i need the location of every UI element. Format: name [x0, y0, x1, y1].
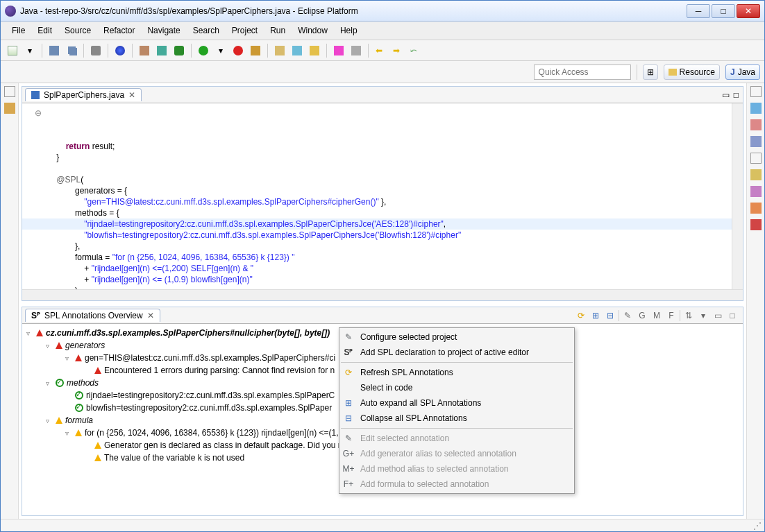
fold-gutter[interactable]: ⊖	[35, 108, 42, 119]
menu-help[interactable]: Help	[335, 24, 363, 37]
task-list-icon[interactable]	[750, 119, 762, 130]
collapse-all-icon[interactable]: ⊟	[604, 309, 616, 322]
f-icon: F+	[342, 479, 355, 490]
quick-access-input[interactable]	[534, 65, 631, 80]
collapse-icon[interactable]: ▿	[46, 417, 53, 424]
new-package-icon[interactable]	[272, 43, 287, 58]
minimize-view-icon[interactable]: ▭	[712, 309, 724, 322]
tree-label: cz.cuni.mff.d3s.spl.examples.SplPaperCip…	[46, 328, 330, 338]
close-tab-icon[interactable]: ✕	[147, 311, 154, 320]
ctx-add-spl-declaration[interactable]: Sᴾ Add SPL declaration to project of act…	[339, 345, 574, 360]
menu-source[interactable]: Source	[59, 24, 96, 37]
separator	[637, 65, 637, 80]
save-icon[interactable]	[47, 43, 62, 58]
print-icon[interactable]	[88, 43, 103, 58]
collapse-icon[interactable]: ▿	[46, 379, 53, 387]
tree-label: gen=THIS@latest:cz.cuni.mff.d3s.spl.exam…	[85, 353, 335, 363]
collapse-icon[interactable]: ▿	[46, 342, 53, 350]
task-icon[interactable]	[348, 43, 364, 58]
collapse-icon[interactable]: ▿	[65, 429, 72, 437]
menu-navigate[interactable]: Navigate	[142, 24, 185, 37]
restore-icon-2[interactable]	[750, 153, 762, 164]
menu-window[interactable]: Window	[292, 24, 333, 37]
close-button[interactable]: ✕	[737, 4, 760, 18]
minimize-button[interactable]: ─	[687, 4, 710, 18]
maximize-button[interactable]: □	[712, 4, 735, 18]
ctx-configure-project[interactable]: ✎ Configure selected project	[339, 329, 574, 345]
new-icon[interactable]	[5, 43, 20, 58]
collapse-icon[interactable]: ▿	[26, 329, 33, 337]
resource-perspective-button[interactable]: Resource	[664, 65, 720, 80]
new-class-icon[interactable]	[289, 43, 305, 58]
close-tab-icon[interactable]: ✕	[128, 90, 135, 100]
tree-label: for (n {256, 1024, 4096, 16384, 65536} k…	[85, 428, 339, 438]
pin-icon[interactable]	[112, 43, 128, 58]
refresh-icon[interactable]: ⟳	[575, 309, 587, 322]
link-icon[interactable]: ⇅	[682, 309, 695, 322]
right-trim	[746, 83, 764, 519]
toolbar-separator	[267, 44, 268, 58]
breakpoints-icon[interactable]	[750, 203, 762, 214]
error-icon	[75, 354, 82, 361]
nav-last-icon[interactable]: ⤺	[407, 43, 423, 58]
run-ext-icon[interactable]	[230, 43, 246, 58]
ctx-refresh-annotations[interactable]: ⟳ Refresh SPL Annotations	[339, 365, 574, 380]
declaration-icon[interactable]	[750, 169, 762, 180]
java-perspective-button[interactable]: JJava	[725, 65, 760, 80]
menu-separator	[341, 362, 573, 363]
menu-project[interactable]: Project	[226, 24, 263, 37]
menu-edit[interactable]: Edit	[32, 24, 58, 37]
expand-all-icon[interactable]: ⊞	[589, 309, 602, 322]
horizontal-scrollbar[interactable]	[22, 289, 743, 300]
menu-search[interactable]: Search	[187, 24, 225, 37]
hierarchy-icon[interactable]	[750, 136, 762, 147]
javadoc-icon[interactable]	[750, 186, 762, 197]
outline-icon[interactable]	[750, 103, 762, 114]
restore-icon[interactable]	[750, 86, 762, 97]
minimize-view-icon[interactable]: ▭	[722, 90, 730, 100]
f-icon[interactable]: F	[665, 309, 678, 322]
save-all-icon[interactable]	[64, 43, 79, 58]
menu-file[interactable]: File	[6, 24, 31, 37]
edit-icon[interactable]: ✎	[621, 309, 634, 322]
menu-separator	[341, 428, 573, 429]
coverage-icon[interactable]	[248, 43, 263, 58]
collapse-icon[interactable]: ▿	[65, 354, 72, 362]
editor-tab-label: SplPaperCiphers.java	[44, 90, 124, 100]
run-icon[interactable]	[196, 43, 211, 58]
tree-label: methods	[67, 378, 99, 388]
menu-run[interactable]: Run	[264, 24, 291, 37]
open-perspective-button[interactable]: ⊞	[643, 65, 658, 80]
ctx-add-formula: F+ Add formula to selected annotation	[339, 477, 574, 492]
view-menu-icon[interactable]: ▾	[697, 309, 709, 322]
maximize-view-icon[interactable]: □	[734, 90, 739, 100]
annotations-tab[interactable]: Sᴾ SPL Annotations Overview ✕	[25, 309, 160, 322]
left-trim	[1, 83, 19, 519]
open-type-icon[interactable]	[307, 43, 322, 58]
maximize-view-icon[interactable]: □	[726, 309, 739, 322]
error-log-icon[interactable]	[750, 219, 762, 230]
g-icon[interactable]: G	[636, 309, 648, 322]
dropdown-icon[interactable]: ▾	[22, 43, 37, 58]
debug-icon[interactable]	[171, 43, 187, 58]
ctx-select-in-code[interactable]: Select in code	[339, 380, 574, 395]
spl-icon: Sᴾ	[342, 347, 355, 358]
debug-config-icon[interactable]	[154, 43, 169, 58]
search-icon[interactable]	[331, 43, 346, 58]
build-icon[interactable]	[137, 43, 152, 58]
m-icon[interactable]: M	[650, 309, 663, 322]
toolbar-separator	[132, 44, 133, 58]
code-editor[interactable]: return result; } @SPL( generators = { "g…	[22, 103, 743, 289]
ctx-auto-expand[interactable]: ⊞ Auto expand all SPL Annotations	[339, 395, 574, 411]
collapse-icon: ⊟	[342, 413, 355, 424]
restore-icon[interactable]	[4, 86, 15, 97]
nav-back-icon[interactable]: ⬅	[373, 43, 388, 58]
run-dropdown-icon[interactable]: ▾	[213, 43, 228, 58]
nav-forward-icon[interactable]: ➡	[390, 43, 405, 58]
ctx-label: Collapse all SPL Annotations	[360, 413, 467, 423]
ctx-collapse-all[interactable]: ⊟ Collapse all SPL Annotations	[339, 411, 574, 426]
menu-refactor[interactable]: Refactor	[98, 24, 140, 37]
g-icon: G+	[342, 448, 355, 459]
editor-tab[interactable]: SplPaperCiphers.java ✕	[25, 88, 142, 101]
package-explorer-icon[interactable]	[4, 103, 15, 114]
